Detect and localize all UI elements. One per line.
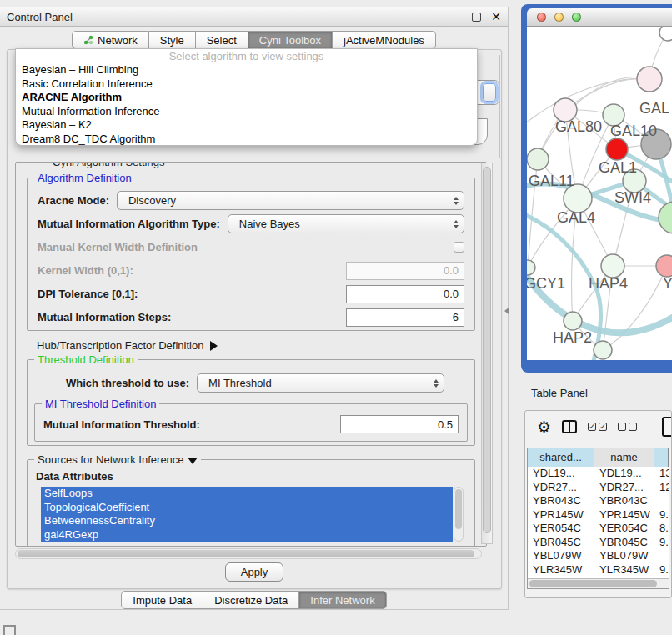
data-attribute-item[interactable]: BetweennessCentrality bbox=[41, 514, 453, 528]
tab-select[interactable]: Select bbox=[196, 31, 248, 49]
threshold-definition-title: Threshold Definition bbox=[34, 353, 138, 366]
table-horizontal-scrollbar[interactable] bbox=[528, 578, 669, 588]
network-node[interactable] bbox=[656, 255, 672, 277]
deselect-all-icon[interactable] bbox=[618, 422, 637, 431]
table-cell[interactable]: 8. bbox=[654, 522, 669, 536]
hub-definition-label: Hub/Transcription Factor Definition bbox=[37, 339, 203, 352]
data-attribute-item[interactable]: TopologicalCoefficient bbox=[41, 501, 453, 515]
network-node[interactable] bbox=[594, 341, 612, 359]
table-cell[interactable]: YPR145W bbox=[594, 508, 654, 522]
select-all-icon[interactable]: ✓✓ bbox=[588, 422, 607, 431]
table-cell[interactable] bbox=[654, 549, 669, 563]
table-cell[interactable] bbox=[654, 494, 669, 508]
table-cell[interactable]: 9. bbox=[654, 563, 669, 578]
table-cell[interactable]: 12 bbox=[654, 481, 669, 495]
table-cell[interactable]: YPR145W bbox=[528, 508, 594, 522]
float-panel-icon[interactable] bbox=[472, 12, 481, 22]
tab-discretize-data[interactable]: Discretize Data bbox=[203, 591, 299, 609]
manual-kernel-checkbox[interactable] bbox=[454, 242, 464, 252]
algorithm-option-mutual-information-inference[interactable]: Mutual Information Inference bbox=[16, 105, 477, 119]
table-cell[interactable]: YDR27... bbox=[594, 481, 654, 495]
table-cell[interactable]: YBR045C bbox=[594, 536, 654, 550]
table-row[interactable]: YER054CYER054C8. bbox=[528, 522, 669, 536]
aracne-mode-select[interactable]: Discovery bbox=[117, 191, 464, 210]
mi-steps-input[interactable]: 6 bbox=[346, 308, 464, 327]
network-node-label: HAP4 bbox=[589, 275, 628, 292]
network-node[interactable] bbox=[659, 27, 672, 41]
algorithm-option-aracne-algorithm[interactable]: ARACNE Algorithm bbox=[16, 91, 477, 105]
table-cell[interactable]: YDL19... bbox=[528, 467, 594, 481]
stepper-icon bbox=[454, 220, 459, 228]
network-node[interactable] bbox=[527, 260, 535, 275]
mi-type-value: Naive Bayes bbox=[239, 218, 300, 230]
table-cell[interactable]: YBL079W bbox=[594, 549, 654, 563]
dpi-tolerance-input[interactable]: 0.0 bbox=[346, 285, 464, 303]
hub-definition-expander[interactable]: Hub/Transcription Factor Definition bbox=[37, 339, 218, 352]
mi-threshold-input[interactable]: 0.5 bbox=[340, 415, 459, 433]
table-row[interactable]: YPR145WYPR145W9. bbox=[528, 508, 669, 522]
table-cell[interactable]: YBL079W bbox=[528, 549, 594, 563]
algorithm-option-basic-correlation-inference[interactable]: Basic Correlation Inference bbox=[16, 78, 477, 92]
table-cell[interactable]: YLR345W bbox=[594, 563, 654, 578]
collapse-arrow-icon[interactable] bbox=[188, 458, 198, 464]
apply-button[interactable]: Apply bbox=[225, 562, 283, 582]
network-node[interactable] bbox=[601, 254, 624, 278]
tab-cyni-toolbox[interactable]: Cyni Toolbox bbox=[248, 31, 333, 49]
network-canvas[interactable]: GALGAL80GAL10GAL1GAL11SWI4GAL4GCY1HAP4YH… bbox=[527, 27, 672, 360]
table-row[interactable]: YBL079WYBL079W bbox=[528, 549, 669, 563]
settings-horizontal-scrollbar[interactable] bbox=[15, 548, 482, 559]
column-layout-icon[interactable] bbox=[562, 420, 577, 433]
table-row[interactable]: YDR27...YDR27...12 bbox=[528, 481, 669, 495]
table-cell[interactable]: 13 bbox=[654, 467, 669, 481]
sources-group-title[interactable]: Sources for Network Inference bbox=[34, 453, 201, 466]
close-icon[interactable]: ✕ bbox=[491, 11, 501, 22]
tab-impute-data[interactable]: Impute Data bbox=[121, 591, 203, 609]
table-cell[interactable]: YBR043C bbox=[528, 494, 594, 508]
table-row[interactable]: YBR043CYBR043C bbox=[528, 494, 669, 508]
table-cell[interactable]: YBR045C bbox=[528, 536, 594, 550]
minimize-traffic-light-icon[interactable] bbox=[554, 12, 564, 22]
table-row[interactable]: YBR045CYBR045C9. bbox=[528, 536, 669, 550]
table-cell[interactable]: 9. bbox=[654, 508, 669, 522]
network-node[interactable] bbox=[659, 202, 672, 233]
network-node[interactable] bbox=[606, 138, 628, 160]
which-threshold-select[interactable]: MI Threshold bbox=[197, 373, 444, 392]
partial-icon[interactable] bbox=[662, 417, 672, 437]
table-row[interactable]: YDL19...YDL19...13 bbox=[528, 467, 669, 481]
data-attribute-item[interactable]: gal4RGexp bbox=[41, 528, 453, 542]
zoom-traffic-light-icon[interactable] bbox=[572, 12, 581, 22]
algorithm-option-dream8-dc-tdc-algorithm[interactable]: Dream8 DC_TDC Algorithm bbox=[16, 132, 477, 146]
table-cell[interactable]: YER054C bbox=[594, 522, 654, 536]
tab-network[interactable]: Network bbox=[72, 31, 149, 49]
network-node[interactable] bbox=[564, 312, 582, 330]
network-graph[interactable]: GALGAL80GAL10GAL1GAL11SWI4GAL4GCY1HAP4YH… bbox=[527, 27, 672, 360]
algorithm-option-bayesian-k2[interactable]: Bayesian – K2 bbox=[16, 118, 477, 132]
table-row[interactable]: YLR345WYLR345W9. bbox=[528, 563, 669, 578]
algorithm-option-bayesian-hill-climbing[interactable]: Bayesian – Hill Climbing bbox=[16, 63, 477, 78]
table-cell[interactable]: YER054C bbox=[528, 522, 594, 536]
column-header-shared[interactable]: shared... bbox=[528, 448, 594, 467]
mi-type-label: Mutual Information Algorithm Type: bbox=[38, 218, 220, 230]
expand-arrow-icon[interactable] bbox=[210, 341, 218, 351]
mi-algorithm-type-select[interactable]: Naive Bayes bbox=[228, 214, 464, 233]
tab-style[interactable]: Style bbox=[149, 31, 196, 49]
data-attributes-list[interactable]: SelfLoopsTopologicalCoefficientBetweenne… bbox=[41, 487, 453, 542]
column-header-name[interactable]: name bbox=[594, 448, 654, 467]
close-traffic-light-icon[interactable] bbox=[537, 12, 546, 22]
gear-icon[interactable]: ⚙ bbox=[537, 418, 551, 437]
settings-vertical-scrollbar[interactable] bbox=[481, 162, 493, 544]
network-node[interactable] bbox=[527, 148, 549, 170]
network-node[interactable] bbox=[637, 67, 662, 92]
minimized-panel-icon[interactable] bbox=[3, 625, 16, 635]
table-cell[interactable]: YBR043C bbox=[594, 494, 654, 508]
table-cell[interactable]: YDL19... bbox=[594, 467, 654, 481]
table-cell[interactable]: 9. bbox=[654, 536, 669, 550]
tab-jactivemnodules[interactable]: jActiveMNodules bbox=[333, 31, 436, 49]
table-cell[interactable]: YDR27... bbox=[528, 481, 594, 495]
data-attribute-item[interactable]: SelfLoops bbox=[41, 487, 453, 501]
list-scrollbar[interactable] bbox=[454, 487, 464, 542]
tab-infer-network[interactable]: Infer Network bbox=[299, 591, 386, 609]
split-divider-arrow[interactable] bbox=[504, 308, 509, 314]
column-header-2[interactable] bbox=[654, 448, 669, 467]
table-cell[interactable]: YLR345W bbox=[528, 563, 594, 578]
